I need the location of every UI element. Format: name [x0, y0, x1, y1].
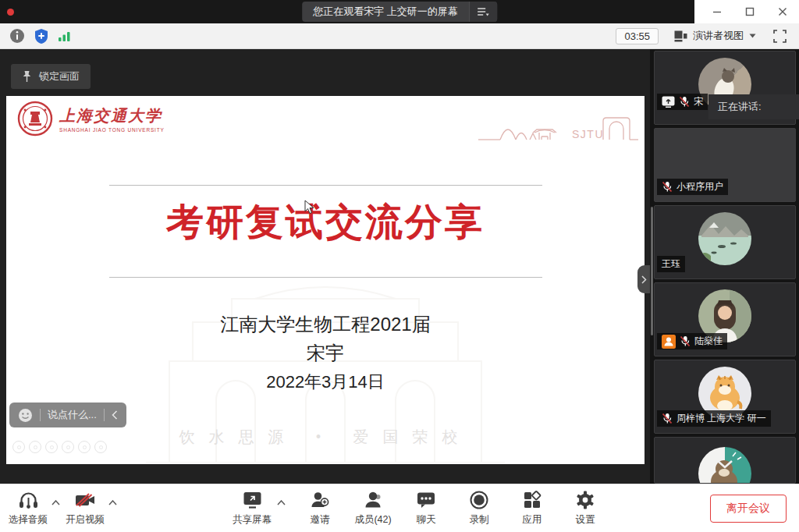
ghost-tool-icon: [45, 441, 58, 453]
ghost-tool-icon: [78, 441, 91, 453]
settings-button[interactable]: 设置: [565, 490, 605, 527]
minimize-icon: [712, 7, 722, 16]
members-icon: [363, 490, 383, 510]
collapse-chat-button[interactable]: [105, 403, 125, 427]
screen-share-stage: 锁定画面: [0, 49, 650, 484]
share-screen-button[interactable]: 共享屏幕: [232, 490, 272, 527]
maximize-button[interactable]: [733, 0, 766, 23]
participant-name: 宋: [694, 95, 703, 108]
participant-name: 陆燊佳: [694, 335, 723, 348]
bottom-toolbar: 选择音频 开启视频: [0, 484, 799, 532]
record-button[interactable]: 录制: [459, 490, 499, 527]
participant-tile-next[interactable]: [654, 437, 796, 484]
divider-line-top: [109, 185, 542, 186]
gear-icon: [575, 490, 595, 510]
scroll-down-button[interactable]: [716, 458, 733, 472]
leave-meeting-button[interactable]: 离开会议: [710, 495, 787, 523]
university-name-cn: 上海交通大学: [59, 105, 165, 126]
shield-plus-icon: [34, 28, 49, 44]
participant-tile-wangjue[interactable]: 王珏: [654, 205, 796, 279]
chat-label: 聊天: [417, 513, 436, 527]
audio-options-caret[interactable]: [51, 500, 60, 505]
mic-muted-icon: [680, 335, 691, 347]
apps-button[interactable]: 应用: [512, 490, 552, 527]
watching-banner: 您正在观看宋宇 上交研一的屏幕: [302, 2, 497, 22]
select-audio-label: 选择音频: [9, 513, 48, 527]
sjtu-seal-icon: [17, 101, 53, 137]
participant-tile-lushenjia[interactable]: 陆燊佳: [654, 282, 796, 356]
ghost-tool-icon: [62, 441, 74, 453]
chevron-up-icon: [277, 500, 286, 505]
speaker-view-icon: [674, 30, 687, 42]
meeting-toolbar: 03:55 演讲者视图: [0, 23, 799, 49]
recording-dot-icon: [7, 9, 14, 16]
members-button[interactable]: 成员(42): [353, 490, 393, 527]
select-audio-button[interactable]: 选择音频: [8, 490, 48, 527]
emoji-button[interactable]: [11, 403, 40, 427]
camera-off-icon: [74, 490, 96, 510]
record-label: 录制: [470, 513, 489, 527]
chat-placeholder[interactable]: 说点什么...: [41, 403, 104, 427]
quick-chat-input[interactable]: 说点什么...: [9, 403, 126, 427]
banner-menu-button[interactable]: [469, 2, 497, 22]
toolbar-center-group: 共享屏幕 邀请 成员(42): [232, 484, 605, 532]
avatar-landscape: [698, 212, 751, 265]
signal-bars-icon: [58, 30, 71, 42]
apps-label: 应用: [523, 513, 542, 527]
start-video-label: 开启视频: [66, 513, 105, 527]
ghost-tool-icon: [94, 441, 107, 453]
chevron-right-icon: [641, 275, 647, 284]
sjtu-skyline-art: SJTU: [478, 108, 638, 146]
participant-namebar: 陆燊佳: [657, 333, 727, 349]
invite-button[interactable]: 邀请: [300, 490, 340, 527]
headset-icon: [18, 490, 39, 510]
mic-muted-icon: [662, 181, 673, 193]
chevron-down-icon: [716, 459, 733, 469]
participant-tile-miniprogram[interactable]: 小程序用户: [654, 128, 796, 202]
settings-label: 设置: [576, 513, 595, 527]
view-mode-label: 演讲者视图: [693, 29, 744, 43]
chat-button[interactable]: 聊天: [406, 490, 446, 527]
view-mode-button[interactable]: 演讲者视图: [669, 27, 761, 45]
start-video-button[interactable]: 开启视频: [65, 490, 105, 527]
close-button[interactable]: [766, 0, 799, 23]
pin-icon: [22, 70, 32, 83]
network-signal-button[interactable]: [58, 30, 71, 42]
mouse-cursor: [304, 200, 314, 215]
participant-name: 周梓博 上海大学 研一: [676, 412, 766, 425]
meeting-app-window: 您正在观看宋宇 上交研一的屏幕: [0, 0, 799, 532]
members-label: 成员(42): [354, 513, 391, 527]
invite-person-icon: [310, 490, 330, 510]
share-options-caret[interactable]: [277, 500, 286, 505]
video-options-caret[interactable]: [108, 500, 117, 505]
smiley-icon: [18, 408, 33, 423]
fullscreen-button[interactable]: [773, 30, 787, 43]
participant-namebar: 周梓博 上海大学 研一: [657, 410, 771, 427]
ghost-tool-icon: [12, 441, 25, 453]
university-name-en: SHANGHAI JIAO TONG UNIVERSITY: [59, 127, 165, 133]
sidebar-scrollbar[interactable]: [651, 207, 653, 335]
participant-tile-zhouzibo[interactable]: 周梓博 上海大学 研一: [654, 360, 796, 434]
mic-muted-icon: [662, 413, 673, 424]
university-logo-text: 上海交通大学 SHANGHAI JIAO TONG UNIVERSITY: [59, 105, 165, 133]
divider-line-bottom: [109, 277, 542, 278]
skyline-sjtu-text: SJTU: [572, 128, 604, 140]
minimize-button[interactable]: [701, 0, 733, 23]
screen-sharing-badge-icon: [662, 96, 675, 108]
slide-title: 考研复试交流分享: [6, 197, 645, 247]
chat-bubble-icon: [416, 490, 436, 510]
chevron-left-icon: [112, 410, 118, 420]
meeting-info-button[interactable]: [9, 28, 25, 44]
lock-screen-button[interactable]: 锁定画面: [11, 64, 91, 89]
sidebar-collapse-handle[interactable]: [637, 265, 650, 293]
watching-banner-text: 您正在观看宋宇 上交研一的屏幕: [302, 5, 469, 19]
mic-muted-icon: [679, 96, 690, 108]
main-area: 锁定画面: [0, 49, 799, 484]
hamburger-caret-icon: [477, 7, 489, 16]
chevron-up-icon: [51, 500, 60, 505]
annotation-tools-ghost: [12, 441, 107, 453]
share-screen-icon: [242, 490, 263, 510]
window-controls: [694, 0, 799, 23]
fullscreen-icon: [773, 30, 787, 43]
security-shield-button[interactable]: [34, 28, 49, 44]
